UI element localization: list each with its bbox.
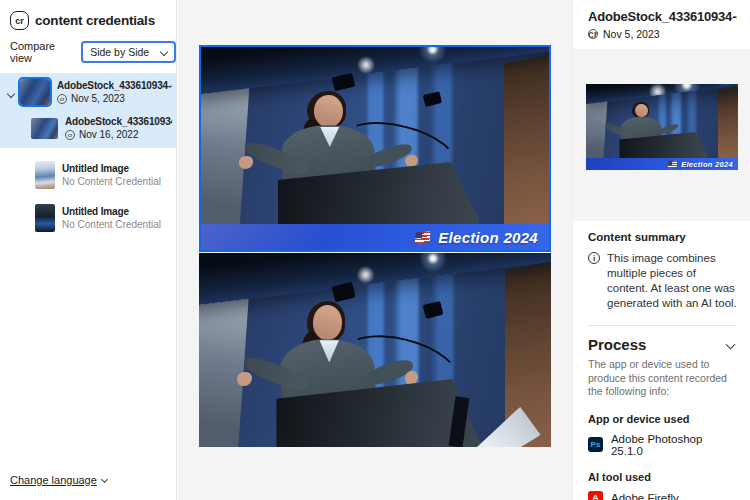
process-heading: Process — [588, 336, 646, 353]
file-name: AdobeStock_433610934-edit.png — [57, 80, 172, 91]
election-banner: Election 2024 — [201, 224, 549, 250]
file-meta: cr Nov 16, 2022 — [65, 129, 172, 140]
compare-view-row: Compare view Side by Side — [0, 30, 176, 64]
photo-left-hand — [239, 156, 253, 169]
viewer-image-original[interactable] — [199, 253, 551, 447]
file-date: Nov 5, 2023 — [71, 93, 125, 104]
chevron-down-icon — [726, 340, 736, 350]
panel-date: Nov 5, 2023 — [603, 28, 660, 40]
compare-view-label: Compare view — [10, 40, 75, 64]
file-item-edited-png[interactable]: AdobeStock_433610934-edit.png cr Nov 5, … — [0, 73, 176, 112]
file-item-original-jpeg[interactable]: AdobeStock_433610934.jpeg cr Nov 16, 202… — [0, 112, 176, 148]
sidebar: cr content credentials Compare view Side… — [0, 0, 177, 500]
panel-title: AdobeStock_433610934-edit.... — [588, 9, 737, 24]
file-name: AdobeStock_433610934.jpeg — [65, 116, 172, 127]
panel-body: Content summary i This image combines mu… — [573, 221, 750, 500]
firefly-icon: A — [588, 491, 603, 500]
ai-tool-row: A Adobe Firefly — [588, 491, 737, 500]
viewer: Election 2024 — [178, 0, 572, 500]
panel-date-row: cr Nov 5, 2023 — [588, 28, 737, 40]
process-description: The app or device used to produce this c… — [588, 358, 737, 399]
compare-view-dropdown[interactable]: Side by Side — [81, 41, 176, 63]
photo-wood-wall — [504, 53, 549, 224]
file-item-untitled-2[interactable]: Untitled Image No Content Credential — [0, 198, 176, 238]
cr-badge-icon: cr — [65, 130, 75, 140]
chevron-down-icon[interactable] — [7, 90, 15, 98]
cr-badge-icon: cr — [588, 29, 598, 39]
ai-tool-value: Adobe Firefly — [611, 492, 679, 500]
app-used-row: Ps Adobe Photoshop 25.1.0 — [588, 433, 737, 457]
file-name: Untitled Image — [62, 163, 161, 174]
file-item-untitled-1[interactable]: Untitled Image No Content Credential — [0, 155, 176, 195]
content-summary-heading: Content summary — [588, 231, 737, 243]
photo-conference-scene — [586, 84, 738, 158]
file-text: AdobeStock_433610934.jpeg cr Nov 16, 202… — [65, 116, 172, 140]
panel-header: AdobeStock_433610934-edit.... cr Nov 5, … — [573, 0, 750, 40]
photo-conference-scene — [201, 47, 549, 224]
file-text: Untitled Image No Content Credential — [62, 163, 161, 187]
file-thumbnail[interactable] — [35, 204, 55, 232]
app-logo: cr content credentials — [0, 0, 176, 30]
section-divider — [588, 325, 737, 326]
photo-left-hand — [237, 372, 252, 386]
change-language-link[interactable]: Change language — [10, 474, 107, 486]
details-panel: AdobeStock_433610934-edit.... cr Nov 5, … — [572, 0, 750, 500]
app-title: content credentials — [35, 13, 155, 28]
file-credential-status: No Content Credential — [62, 176, 161, 187]
content-summary-text: This image combines multiple pieces of c… — [607, 251, 737, 311]
preview-thumbnail[interactable]: Election 2024 — [586, 84, 738, 170]
file-credential-status: No Content Credential — [62, 219, 161, 230]
viewer-image-edited[interactable]: Election 2024 — [199, 45, 551, 252]
preview-box: Election 2024 — [573, 49, 750, 221]
banner-shine — [201, 224, 334, 250]
us-flag-icon — [668, 160, 678, 168]
app-used-value: Adobe Photoshop 25.1.0 — [611, 433, 737, 457]
photoshop-icon: Ps — [588, 437, 603, 452]
change-language-label: Change language — [10, 474, 97, 486]
file-thumbnail[interactable] — [31, 118, 58, 139]
file-text: Untitled Image No Content Credential — [62, 206, 161, 230]
process-section-header[interactable]: Process — [588, 336, 737, 353]
photo-conference-scene — [199, 253, 551, 447]
file-thumbnail[interactable] — [20, 79, 50, 105]
file-thumbnail[interactable] — [35, 161, 55, 189]
app-used-label: App or device used — [588, 413, 737, 425]
file-list: AdobeStock_433610934-edit.png cr Nov 5, … — [0, 73, 176, 238]
banner-label: Election 2024 — [681, 160, 733, 169]
banner-label: Election 2024 — [438, 229, 538, 246]
cr-badge-icon: cr — [57, 94, 67, 104]
us-flag-icon — [415, 231, 431, 243]
info-icon: i — [588, 252, 600, 264]
file-date: Nov 16, 2022 — [79, 129, 139, 140]
file-name: Untitled Image — [62, 206, 161, 217]
election-banner: Election 2024 — [586, 158, 738, 170]
dropdown-selected-value: Side by Side — [90, 46, 149, 58]
content-credentials-app: cr content credentials Compare view Side… — [0, 0, 750, 500]
photo-wood-wall — [718, 86, 738, 158]
ai-tool-label: AI tool used — [588, 471, 737, 483]
chevron-down-icon — [101, 475, 108, 482]
cr-logo-icon: cr — [10, 11, 29, 30]
content-summary-row: i This image combines multiple pieces of… — [588, 251, 737, 311]
chevron-down-icon — [160, 48, 168, 56]
file-meta: cr Nov 5, 2023 — [57, 93, 172, 104]
file-text: AdobeStock_433610934-edit.png cr Nov 5, … — [57, 80, 172, 104]
